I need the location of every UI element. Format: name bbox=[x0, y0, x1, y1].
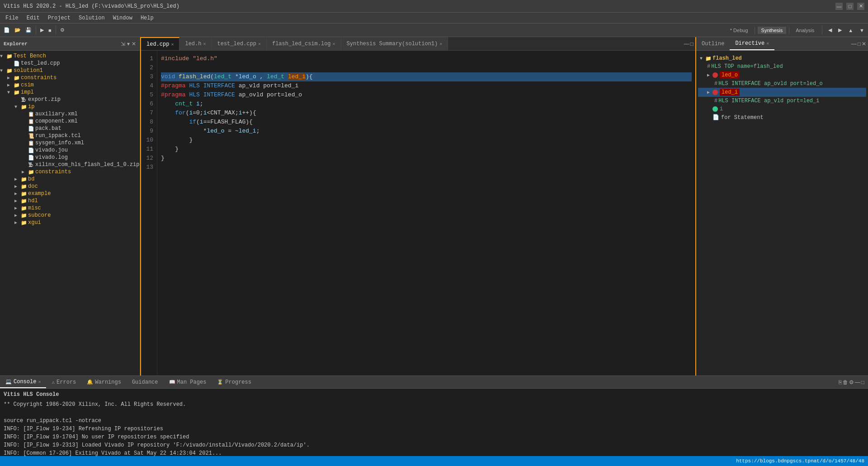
tree-item[interactable]: ▶📁csim bbox=[0, 81, 140, 89]
dir-item-for[interactable]: 📄 for Statement bbox=[698, 113, 866, 122]
tab-warnings-label: Warnings bbox=[95, 379, 121, 385]
toolbar-nav-next[interactable]: ▼ bbox=[858, 27, 866, 34]
tree-item[interactable]: ▼📁solution1 bbox=[0, 67, 140, 74]
tab-test-led-cpp[interactable]: test_led.cpp ✕ bbox=[212, 37, 267, 50]
toolbar-open[interactable]: 📂 bbox=[13, 26, 23, 34]
tree-expand-arrow: ▶ bbox=[14, 198, 21, 204]
tree-item[interactable]: 📄pack.bat bbox=[0, 125, 140, 132]
tab-synthesis-label: Synthesis Summary(solution1) bbox=[347, 41, 438, 47]
tree-item[interactable]: 📄vivado.log bbox=[0, 154, 140, 161]
dir-item-flash-led[interactable]: ▼ 📁 flash_led bbox=[698, 54, 866, 62]
toolbar-save[interactable]: 💾 bbox=[24, 26, 33, 34]
tree-item[interactable]: ▶📁xgui bbox=[0, 219, 140, 226]
tab-test-led-close[interactable]: ✕ bbox=[258, 41, 261, 47]
tree-item[interactable]: 📄test_led.cpp bbox=[0, 60, 140, 67]
tab-warnings[interactable]: 🔔 Warnings bbox=[81, 376, 127, 388]
console-maximize-button[interactable]: □ bbox=[861, 379, 864, 385]
debug-perspective-button[interactable]: * Debug bbox=[726, 27, 752, 34]
man-pages-icon: 📖 bbox=[169, 379, 175, 385]
toolbar-settings[interactable]: ⚙ bbox=[58, 26, 66, 34]
tree-item[interactable]: ▶📁bd bbox=[0, 176, 140, 183]
explorer-close-button[interactable]: ✕ bbox=[132, 41, 136, 47]
tab-synthesis-summary[interactable]: Synthesis Summary(solution1) ✕ bbox=[341, 37, 448, 50]
tab-man-pages[interactable]: 📖 Man Pages bbox=[164, 376, 212, 388]
dir-arrow-flash-led: ▼ bbox=[700, 56, 705, 61]
right-panel-close[interactable]: ✕ bbox=[862, 41, 866, 47]
tree-item[interactable]: 📋sysgen_info.xml bbox=[0, 139, 140, 147]
toolbar-nav-up[interactable]: ▲ bbox=[846, 27, 855, 34]
code-line-1: #include "led.h" bbox=[161, 54, 692, 63]
toolbar-nav-forward[interactable]: ▶ bbox=[836, 26, 844, 34]
tab-console[interactable]: 💻 Console ✕ bbox=[0, 376, 46, 388]
tab-progress[interactable]: ⏳ Progress bbox=[212, 376, 257, 388]
tree-expand-arrow: ▶ bbox=[14, 220, 21, 225]
code-view[interactable]: #include "led.h" void flash_led(led_t *l… bbox=[157, 51, 695, 376]
dir-item-i[interactable]: i bbox=[698, 105, 866, 113]
right-panel-maximize[interactable]: □ bbox=[858, 41, 861, 47]
tree-item[interactable]: ▼📁ip bbox=[0, 103, 140, 110]
maximize-button[interactable]: □ bbox=[846, 3, 854, 10]
tab-flash-led-csim[interactable]: flash_led_csim.log ✕ bbox=[267, 37, 341, 50]
tree-label: vivado.jou bbox=[35, 147, 68, 153]
tab-console-close[interactable]: ✕ bbox=[38, 379, 41, 385]
tab-errors[interactable]: ⚠ Errors bbox=[46, 376, 81, 388]
synthesis-perspective-button[interactable]: Synthesis bbox=[758, 27, 787, 34]
tree-item[interactable]: ▶📁example bbox=[0, 190, 140, 197]
tree-item[interactable]: ▶📁doc bbox=[0, 183, 140, 190]
console-clear-button[interactable]: 🗑 bbox=[843, 379, 848, 385]
tree-item[interactable]: 🗜xilinx_com_hls_flash_led_1_0.zip bbox=[0, 161, 140, 168]
menu-file[interactable]: File bbox=[2, 14, 22, 22]
dir-item-led-i[interactable]: ▶ led_i bbox=[698, 88, 866, 97]
tab-led-cpp-close[interactable]: ✕ bbox=[171, 42, 174, 47]
tree-item[interactable]: 📄vivado.jou bbox=[0, 147, 140, 154]
explorer-collapse-button[interactable]: ⇲ bbox=[121, 41, 125, 47]
console-copy-button[interactable]: ⎘ bbox=[839, 379, 842, 385]
toolbar-nav-back[interactable]: ◀ bbox=[826, 26, 834, 34]
editor-maximize-button[interactable]: □ bbox=[690, 41, 693, 47]
tree-item[interactable]: ▶📁constraints bbox=[0, 74, 140, 81]
tab-csim-close[interactable]: ✕ bbox=[333, 41, 335, 47]
tab-led-h-close[interactable]: ✕ bbox=[203, 41, 206, 47]
toolbar-stop[interactable]: ■ bbox=[47, 27, 53, 34]
right-tab-bar: Outline Directive ✕ — □ ✕ bbox=[696, 37, 868, 51]
tab-guidance[interactable]: Guidance bbox=[127, 376, 164, 388]
tree-item[interactable]: ▶📁constraints bbox=[0, 168, 140, 176]
menu-solution[interactable]: Solution bbox=[75, 14, 108, 22]
tree-item[interactable]: 🗜export.zip bbox=[0, 96, 140, 103]
tree-label: component.xml bbox=[35, 118, 78, 124]
toolbar-run[interactable]: ▶ bbox=[38, 26, 46, 34]
explorer-menu-button[interactable]: ▾ bbox=[127, 41, 130, 47]
menu-edit[interactable]: Edit bbox=[23, 14, 43, 22]
editor-minimize-button[interactable]: — bbox=[684, 41, 689, 47]
explorer-tree: ▼📁Test Bench📄test_led.cpp▼📁solution1▶📁co… bbox=[0, 51, 140, 376]
toolbar-new[interactable]: 📄 bbox=[2, 26, 12, 34]
menu-window[interactable]: Window bbox=[109, 14, 136, 22]
tree-item[interactable]: ▶📁misc bbox=[0, 204, 140, 212]
console-settings-button[interactable]: ⚙ bbox=[849, 379, 854, 385]
tree-item[interactable]: ▶📁hdl bbox=[0, 197, 140, 204]
tree-item[interactable]: 📜run_ippack.tcl bbox=[0, 132, 140, 139]
code-line-4: #pragma HLS INTERFACE ap_vld port=led_i bbox=[161, 81, 692, 90]
page-icon-for: 📄 bbox=[712, 114, 719, 121]
tab-led-cpp[interactable]: led.cpp ✕ bbox=[141, 37, 179, 50]
analysis-perspective-button[interactable]: Analysis bbox=[792, 27, 818, 34]
console-line bbox=[4, 409, 864, 417]
right-panel-minimize[interactable]: — bbox=[851, 41, 857, 47]
menu-help[interactable]: Help bbox=[137, 14, 157, 22]
close-button[interactable]: ✕ bbox=[857, 3, 864, 10]
tab-led-h[interactable]: led.h ✕ bbox=[179, 37, 212, 50]
directive-tab-close[interactable]: ✕ bbox=[766, 41, 769, 46]
tree-item[interactable]: 📋auxiliary.xml bbox=[0, 110, 140, 118]
tree-item[interactable]: ▼📁Test Bench bbox=[0, 52, 140, 60]
tab-directive[interactable]: Directive ✕ bbox=[730, 37, 774, 50]
tab-outline[interactable]: Outline bbox=[696, 37, 730, 50]
dir-item-led-o[interactable]: ▶ led_o bbox=[698, 71, 866, 80]
tree-item[interactable]: ▶📁subcore bbox=[0, 212, 140, 219]
minimize-button[interactable]: — bbox=[835, 3, 843, 10]
console-minimize-button[interactable]: — bbox=[855, 379, 860, 385]
menu-project[interactable]: Project bbox=[44, 14, 74, 22]
tree-item[interactable]: 📋component.xml bbox=[0, 118, 140, 125]
tab-synthesis-close[interactable]: ✕ bbox=[439, 41, 442, 47]
tree-item[interactable]: ▼📁impl bbox=[0, 89, 140, 96]
folder-icon: 📁 bbox=[21, 220, 28, 226]
